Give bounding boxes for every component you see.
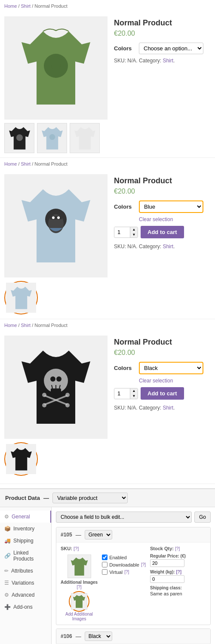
category-link-1[interactable]: Shirt	[163, 58, 173, 64]
sku-category-2: SKU: N/A. Category: Shirt.	[114, 243, 211, 250]
colors-label-2: Colors	[114, 203, 135, 210]
variation-color-select-106[interactable]: Green Blue Black	[85, 632, 112, 641]
sidebar-item-inventory[interactable]: 📦 Inventory	[0, 523, 51, 535]
product-image-area-3	[4, 336, 108, 476]
colors-select-2[interactable]: Choose an option... Green Blue Black	[139, 200, 203, 213]
additional-image-thumb-105[interactable]	[71, 593, 87, 610]
colors-select-1[interactable]: Choose an option... Green Blue Black	[139, 43, 203, 54]
shirt-link-3[interactable]: Shirt	[21, 323, 31, 328]
product-info-1: Normal Product €20.00 Colors Choose an o…	[114, 16, 211, 153]
sidebar-label-shipping: Shipping	[13, 538, 34, 544]
thumbnail-black-3[interactable]	[6, 444, 36, 474]
home-link-2[interactable]: Home	[4, 161, 17, 166]
qty-down-3[interactable]: ▼	[130, 394, 138, 399]
qty-down-2[interactable]: ▼	[130, 232, 138, 237]
product-price-1: €20.00	[114, 30, 211, 37]
svg-point-17	[42, 403, 46, 407]
shipping-icon: 🚚	[4, 538, 11, 544]
colors-select-3[interactable]: Choose an option... Green Blue Black	[139, 362, 203, 374]
thumbnail-row-2	[4, 281, 108, 314]
svg-point-7	[52, 216, 55, 219]
sidebar-item-linked[interactable]: 🔗 Linked Products	[0, 547, 51, 565]
product-price-2: €20.00	[114, 188, 211, 195]
product-image-area-2	[4, 174, 108, 314]
enabled-checkbox-105[interactable]	[102, 555, 108, 560]
variation-color-select-105[interactable]: Green Blue Black	[85, 530, 112, 539]
colors-field-row-3: Colors Choose an option... Green Blue Bl…	[114, 362, 211, 374]
clear-selection-3[interactable]: Clear selection	[139, 378, 211, 384]
bulk-edit-select[interactable]: Choose a field to bulk edit...	[56, 512, 192, 523]
variation-header-106: #106 — Green Blue Black	[56, 629, 210, 644]
downloadable-checkbox-105[interactable]	[102, 562, 108, 567]
add-image-circle-105[interactable]	[69, 591, 89, 612]
variation-row-106: #106 — Green Blue Black	[56, 629, 211, 644]
variation-right-105: Stock Qty: [?] Regular Price: (€) Weight…	[150, 546, 206, 621]
sidebar-label-variations: Variations	[12, 580, 34, 586]
product-title-3: Normal Product	[114, 338, 211, 347]
sidebar-item-general[interactable]: ⚙ General	[0, 511, 51, 523]
category-link-3[interactable]: Shirt	[163, 405, 173, 411]
qty-up-2[interactable]: ▲	[130, 227, 138, 232]
breadcrumb-1: Home / Shirt / Normal Product	[0, 0, 215, 12]
product-image-area-1	[4, 16, 108, 153]
product-title-1: Normal Product	[114, 18, 211, 28]
sidebar-item-variations[interactable]: ☰ Variations	[0, 577, 51, 589]
product-type-select[interactable]: Variable product Simple product Grouped …	[52, 493, 128, 503]
thumbnail-blue-2[interactable]	[6, 283, 36, 313]
qty-cart-row-2: ▲ ▼ Add to cart	[114, 226, 211, 238]
thumbnail-blue-1[interactable]	[37, 123, 67, 153]
variation-thumb-105[interactable]	[68, 555, 91, 578]
sidebar-label-addons: Add-ons	[13, 604, 33, 610]
sidebar-item-shipping[interactable]: 🚚 Shipping	[0, 535, 51, 547]
colors-label-1: Colors	[114, 45, 135, 52]
variation-id-106: #106	[61, 633, 72, 639]
price-input-105[interactable]	[150, 559, 184, 567]
add-additional-images-link-105[interactable]: Add Additional Images	[61, 612, 98, 621]
breadcrumb-2: Home / Shirt / Normal Product	[0, 158, 215, 170]
thumbnail-white-1[interactable]	[70, 123, 100, 153]
svg-point-15	[42, 393, 46, 397]
go-button[interactable]: Go	[194, 512, 211, 523]
weight-input-105[interactable]	[150, 575, 184, 583]
virtual-checkbox-105[interactable]	[102, 569, 108, 575]
thumbnail-black-1[interactable]	[4, 123, 34, 153]
qty-cart-row-3: ▲ ▼ Add to cart	[114, 387, 211, 400]
qty-input-3[interactable]	[114, 388, 130, 398]
product-section-3: Normal Product €20.00 Colors Choose an o…	[0, 331, 215, 480]
shirt-link-1[interactable]: Shirt	[21, 3, 31, 9]
home-link-3[interactable]: Home	[4, 323, 17, 328]
qty-up-3[interactable]: ▲	[130, 388, 138, 394]
svg-point-1	[54, 56, 58, 60]
add-to-cart-btn-2[interactable]: Add to cart	[141, 226, 184, 238]
main-product-image-3	[4, 336, 108, 439]
shirt-link-2[interactable]: Shirt	[21, 161, 31, 166]
qty-input-2[interactable]	[114, 227, 130, 237]
advanced-icon: ⚙	[4, 592, 9, 598]
sidebar-item-advanced[interactable]: ⚙ Advanced	[0, 589, 51, 601]
product-section-1: Normal Product €20.00 Colors Choose an o…	[0, 12, 215, 157]
thumbnail-black-3-circle[interactable]	[4, 442, 38, 476]
variation-checkboxes-105: Enabled Downloadable [?] Virtual	[102, 555, 146, 621]
product-section-2: Normal Product €20.00 Colors Choose an o…	[0, 170, 215, 319]
variation-dash-106: —	[76, 633, 81, 640]
linked-icon: 🔗	[4, 553, 11, 559]
variation-id-105: #105	[61, 532, 72, 538]
svg-rect-6	[50, 216, 62, 219]
category-link-2[interactable]: Shirt	[163, 243, 173, 250]
clear-selection-2[interactable]: Clear selection	[139, 216, 211, 222]
product-price-3: €20.00	[114, 349, 211, 357]
sidebar-label-inventory: Inventory	[13, 526, 34, 532]
sidebar-item-addons[interactable]: ➕ Add-ons	[0, 601, 51, 613]
sidebar-item-attributes[interactable]: ✏ Attributes	[0, 565, 51, 577]
qty-box-2: ▲ ▼	[114, 227, 138, 238]
sku-category-1: SKU: N/A. Category: Shirt.	[114, 58, 211, 64]
thumbnail-blue-2-circle[interactable]	[4, 281, 38, 314]
add-to-cart-btn-3[interactable]: Add to cart	[141, 387, 184, 400]
downloadable-checkbox-row-105: Downloadable [?]	[102, 562, 146, 567]
variation-dash-105: —	[76, 532, 81, 538]
product-info-3: Normal Product €20.00 Colors Choose an o…	[114, 336, 211, 476]
svg-point-8	[57, 216, 60, 219]
product-data-label: Product Data	[5, 495, 40, 501]
home-link-1[interactable]: Home	[4, 3, 17, 9]
product-data-panel: Product Data — Variable product Simple p…	[0, 488, 215, 644]
